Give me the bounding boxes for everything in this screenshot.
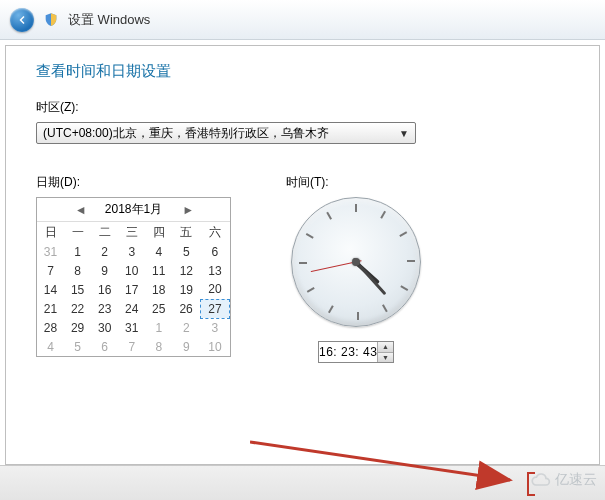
calendar-day[interactable]: 25 bbox=[145, 299, 172, 318]
clock-tick bbox=[307, 287, 315, 293]
time-label: 时间(T): bbox=[286, 174, 426, 191]
clock-tick bbox=[407, 260, 415, 262]
clock-tick bbox=[328, 305, 334, 313]
calendar-day[interactable]: 8 bbox=[64, 261, 91, 280]
calendar-next-icon[interactable]: ► bbox=[182, 203, 192, 217]
calendar-day[interactable]: 26 bbox=[172, 299, 200, 318]
cloud-icon bbox=[531, 470, 551, 490]
clock-tick bbox=[380, 211, 386, 219]
calendar-prev-icon[interactable]: ◄ bbox=[75, 203, 85, 217]
calendar-day[interactable]: 5 bbox=[64, 337, 91, 356]
clock-tick bbox=[326, 212, 332, 220]
calendar-weekday: 三 bbox=[118, 222, 145, 242]
calendar-day[interactable]: 30 bbox=[91, 318, 118, 337]
calendar-day[interactable]: 3 bbox=[200, 318, 229, 337]
calendar[interactable]: ◄ 2018年1月 ► 日一二三四五六 31123456789101112131… bbox=[36, 197, 231, 357]
calendar-day[interactable]: 11 bbox=[145, 261, 172, 280]
page-title: 查看时间和日期设置 bbox=[36, 62, 569, 81]
clock-tick bbox=[400, 285, 408, 291]
calendar-day[interactable]: 13 bbox=[200, 261, 229, 280]
calendar-day[interactable]: 5 bbox=[172, 242, 200, 261]
calendar-header: ◄ 2018年1月 ► bbox=[37, 198, 230, 222]
calendar-day[interactable]: 20 bbox=[200, 280, 229, 299]
back-button[interactable] bbox=[10, 8, 34, 32]
calendar-day[interactable]: 7 bbox=[118, 337, 145, 356]
clock-tick bbox=[355, 204, 357, 212]
clock-tick bbox=[306, 233, 314, 239]
calendar-day[interactable]: 6 bbox=[91, 337, 118, 356]
calendar-day[interactable]: 15 bbox=[64, 280, 91, 299]
calendar-day[interactable]: 9 bbox=[172, 337, 200, 356]
timezone-label: 时区(Z): bbox=[36, 99, 569, 116]
calendar-day[interactable]: 3 bbox=[118, 242, 145, 261]
calendar-day[interactable]: 29 bbox=[64, 318, 91, 337]
analog-clock bbox=[291, 197, 421, 327]
calendar-day[interactable]: 24 bbox=[118, 299, 145, 318]
calendar-day[interactable]: 10 bbox=[118, 261, 145, 280]
calendar-day[interactable]: 14 bbox=[37, 280, 64, 299]
calendar-day[interactable]: 10 bbox=[200, 337, 229, 356]
calendar-weekday: 五 bbox=[172, 222, 200, 242]
calendar-day[interactable]: 31 bbox=[37, 242, 64, 261]
calendar-day[interactable]: 7 bbox=[37, 261, 64, 280]
calendar-day[interactable]: 6 bbox=[200, 242, 229, 261]
clock-center-pin bbox=[352, 258, 360, 266]
calendar-day[interactable]: 23 bbox=[91, 299, 118, 318]
timezone-value: (UTC+08:00)北京，重庆，香港特别行政区，乌鲁木齐 bbox=[43, 125, 329, 142]
spinner-up-icon[interactable]: ▲ bbox=[378, 342, 393, 353]
calendar-day[interactable]: 1 bbox=[64, 242, 91, 261]
calendar-weekday: 二 bbox=[91, 222, 118, 242]
calendar-day[interactable]: 31 bbox=[118, 318, 145, 337]
calendar-day[interactable]: 2 bbox=[172, 318, 200, 337]
content-panel: 查看时间和日期设置 时区(Z): (UTC+08:00)北京，重庆，香港特别行政… bbox=[5, 45, 600, 465]
calendar-day[interactable]: 28 bbox=[37, 318, 64, 337]
time-spinner[interactable]: ▲ ▼ bbox=[318, 341, 394, 363]
calendar-day[interactable]: 2 bbox=[91, 242, 118, 261]
watermark: 亿速云 bbox=[531, 470, 597, 490]
window-title: 设置 Windows bbox=[68, 11, 150, 29]
calendar-day[interactable]: 4 bbox=[37, 337, 64, 356]
spinner-down-icon[interactable]: ▼ bbox=[378, 353, 393, 363]
calendar-month-title[interactable]: 2018年1月 bbox=[105, 201, 162, 218]
calendar-day[interactable]: 27 bbox=[200, 299, 229, 318]
calendar-weekday: 日 bbox=[37, 222, 64, 242]
calendar-day[interactable]: 1 bbox=[145, 318, 172, 337]
calendar-grid: 日一二三四五六 31123456789101112131415161718192… bbox=[37, 222, 230, 356]
watermark-text: 亿速云 bbox=[555, 471, 597, 489]
calendar-day[interactable]: 9 bbox=[91, 261, 118, 280]
clock-tick bbox=[399, 231, 407, 237]
calendar-day[interactable]: 21 bbox=[37, 299, 64, 318]
clock-tick bbox=[299, 262, 307, 264]
calendar-day[interactable]: 12 bbox=[172, 261, 200, 280]
timezone-select[interactable]: (UTC+08:00)北京，重庆，香港特别行政区，乌鲁木齐 ▼ bbox=[36, 122, 416, 144]
clock-tick bbox=[382, 304, 388, 312]
chevron-down-icon: ▼ bbox=[399, 128, 409, 139]
clock-tick bbox=[357, 312, 359, 320]
calendar-day[interactable]: 18 bbox=[145, 280, 172, 299]
date-label: 日期(D): bbox=[36, 174, 231, 191]
calendar-day[interactable]: 8 bbox=[145, 337, 172, 356]
window-header: 设置 Windows bbox=[0, 0, 605, 40]
calendar-weekday: 六 bbox=[200, 222, 229, 242]
calendar-day[interactable]: 16 bbox=[91, 280, 118, 299]
calendar-day[interactable]: 17 bbox=[118, 280, 145, 299]
shield-icon bbox=[42, 11, 60, 29]
time-input[interactable] bbox=[319, 342, 377, 362]
calendar-day[interactable]: 22 bbox=[64, 299, 91, 318]
calendar-weekday: 四 bbox=[145, 222, 172, 242]
calendar-day[interactable]: 4 bbox=[145, 242, 172, 261]
calendar-day[interactable]: 19 bbox=[172, 280, 200, 299]
footer-bar bbox=[0, 465, 605, 500]
calendar-weekday: 一 bbox=[64, 222, 91, 242]
